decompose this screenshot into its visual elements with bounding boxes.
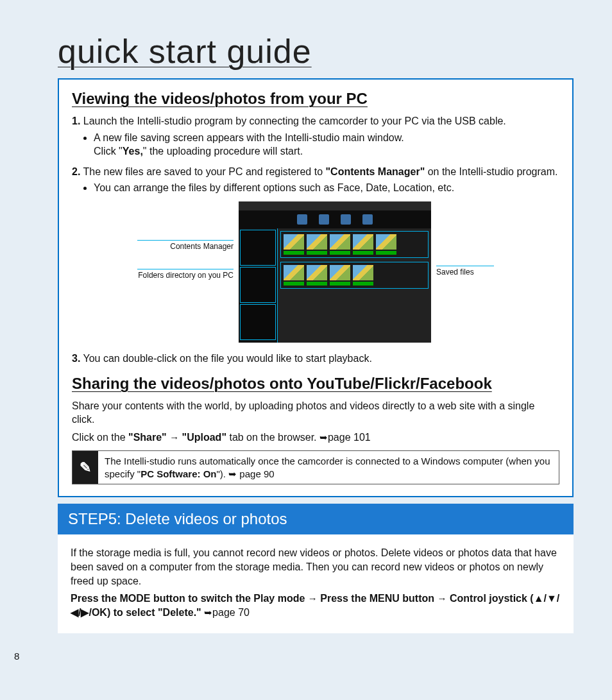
main-content-box: Viewing the videos/photos from your PC 1… — [58, 78, 574, 497]
steps-list-cont: 3. You can double-click on the file you … — [72, 352, 559, 366]
step5-para1: If the storage media is full, you cannot… — [71, 546, 561, 588]
intelli-studio-screenshot — [239, 201, 431, 343]
callout-folders-directory: Folders directory on you PC — [137, 269, 234, 280]
step5-heading: STEP5: Delete videos or photos — [58, 504, 574, 534]
manual-page: quick start guide Viewing the videos/pho… — [0, 0, 612, 700]
step-3: 3. You can double-click on the file you … — [72, 352, 559, 366]
step5-para2: Press the MODE button to switch the Play… — [71, 592, 561, 619]
step2-sublist: You can arrange the files by different o… — [72, 181, 559, 195]
step-number: 3. — [72, 353, 80, 364]
step1-sublist: A new file saving screen appears with th… — [72, 131, 559, 158]
step-1: 1. Launch the Intelli-studio program by … — [72, 114, 559, 158]
step5-body: If the storage media is full, you cannot… — [58, 534, 574, 633]
section-heading-viewing: Viewing the videos/photos from your PC — [72, 90, 559, 108]
note-text: The Intelli-studio runs automatically on… — [98, 451, 559, 484]
step1-bullet: A new file saving screen appears with th… — [94, 131, 559, 158]
step-text: Launch the Intelli-studio program by con… — [83, 115, 506, 126]
step-2: 2. The new files are saved to your PC an… — [72, 165, 559, 195]
callout-labels-left: Contents Manager Folders directory on yo… — [137, 201, 234, 280]
page-number: 8 — [14, 651, 19, 662]
sharing-para2: Click on the "Share" → "Upload" tab on t… — [72, 431, 559, 445]
step-number: 1. — [72, 115, 80, 126]
step-number: 2. — [72, 166, 80, 177]
steps-list: 1. Launch the Intelli-studio program by … — [72, 114, 559, 195]
step-text: You can double-click on the file you wou… — [83, 353, 372, 364]
screenshot-figure: Contents Manager Folders directory on yo… — [72, 201, 559, 343]
note-icon: ✎ — [72, 451, 98, 484]
page-title: quick start guide — [58, 32, 574, 71]
sharing-para1: Share your contents with the world, by u… — [72, 399, 559, 427]
callout-contents-manager: Contents Manager — [137, 240, 234, 251]
section-heading-sharing: Sharing the videos/photos onto YouTube/F… — [72, 375, 559, 393]
callout-saved-files: Saved files — [436, 266, 494, 277]
callout-labels-right: Saved files — [436, 201, 494, 277]
note-box: ✎ The Intelli-studio runs automatically … — [72, 450, 559, 484]
step2-bullet: You can arrange the files by different o… — [94, 181, 559, 195]
